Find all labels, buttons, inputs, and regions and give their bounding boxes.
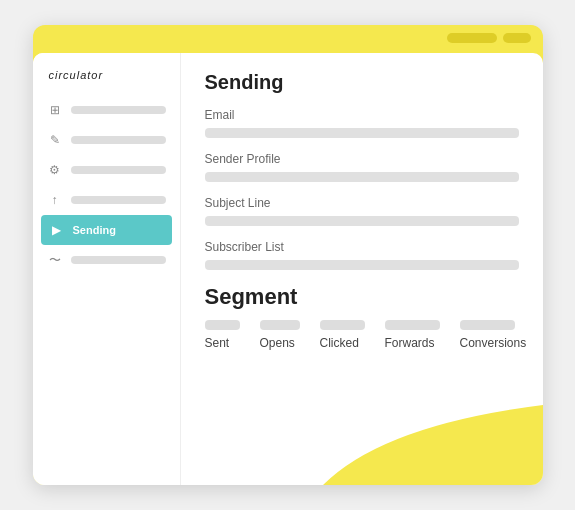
nav-label-bar <box>71 196 166 204</box>
top-bar-pill-2 <box>503 33 531 43</box>
sidebar-item-settings[interactable]: ⚙ <box>33 155 180 185</box>
stat-label-sent: Sent <box>205 336 230 350</box>
sidebar-item-sending[interactable]: ▶ Sending <box>41 215 172 245</box>
sidebar-item-label: Sending <box>73 224 116 236</box>
edit-icon: ✎ <box>47 132 63 148</box>
stat-label-conversions: Conversions <box>460 336 527 350</box>
stat-label-clicked: Clicked <box>320 336 359 350</box>
sender-profile-label: Sender Profile <box>205 152 519 166</box>
sidebar-item-edit[interactable]: ✎ <box>33 125 180 155</box>
stat-label-opens: Opens <box>260 336 295 350</box>
stat-bar-sent <box>205 320 240 330</box>
stat-forwards: Forwards <box>385 320 440 350</box>
stat-bar-conversions <box>460 320 515 330</box>
stat-bar-forwards <box>385 320 440 330</box>
email-input-placeholder[interactable] <box>205 128 519 138</box>
app-logo: circulator <box>33 69 180 95</box>
app-window: circulator ⊞ ✎ ⚙ ↑ <box>33 25 543 485</box>
subject-line-input-placeholder[interactable] <box>205 216 519 226</box>
bottom-wave <box>323 395 543 485</box>
email-label: Email <box>205 108 519 122</box>
nav-label-bar <box>71 136 166 144</box>
sidebar-item-trends[interactable]: 〜 <box>33 245 180 275</box>
send-icon: ▶ <box>49 222 65 238</box>
subscriber-list-input-placeholder[interactable] <box>205 260 519 270</box>
subscriber-list-label: Subscriber List <box>205 240 519 254</box>
nav-label-bar <box>71 166 166 174</box>
nav-label-bar <box>71 106 166 114</box>
stat-sent: Sent <box>205 320 240 350</box>
stat-bar-opens <box>260 320 300 330</box>
stat-clicked: Clicked <box>320 320 365 350</box>
nav-label-bar <box>71 256 166 264</box>
stat-bar-clicked <box>320 320 365 330</box>
stat-conversions: Conversions <box>460 320 527 350</box>
top-bar <box>447 33 531 43</box>
top-bar-pill-1 <box>447 33 497 43</box>
stat-opens: Opens <box>260 320 300 350</box>
segment-title: Segment <box>205 284 519 310</box>
sending-title: Sending <box>205 71 519 94</box>
trends-icon: 〜 <box>47 252 63 268</box>
stat-label-forwards: Forwards <box>385 336 435 350</box>
grid-icon: ⊞ <box>47 102 63 118</box>
sidebar-item-analytics[interactable]: ↑ <box>33 185 180 215</box>
settings-icon: ⚙ <box>47 162 63 178</box>
subject-line-label: Subject Line <box>205 196 519 210</box>
sidebar: circulator ⊞ ✎ ⚙ ↑ <box>33 53 181 485</box>
segment-stats: Sent Opens Clicked Forwards <box>205 320 519 350</box>
sidebar-item-grid[interactable]: ⊞ <box>33 95 180 125</box>
sender-profile-input-placeholder[interactable] <box>205 172 519 182</box>
analytics-icon: ↑ <box>47 192 63 208</box>
